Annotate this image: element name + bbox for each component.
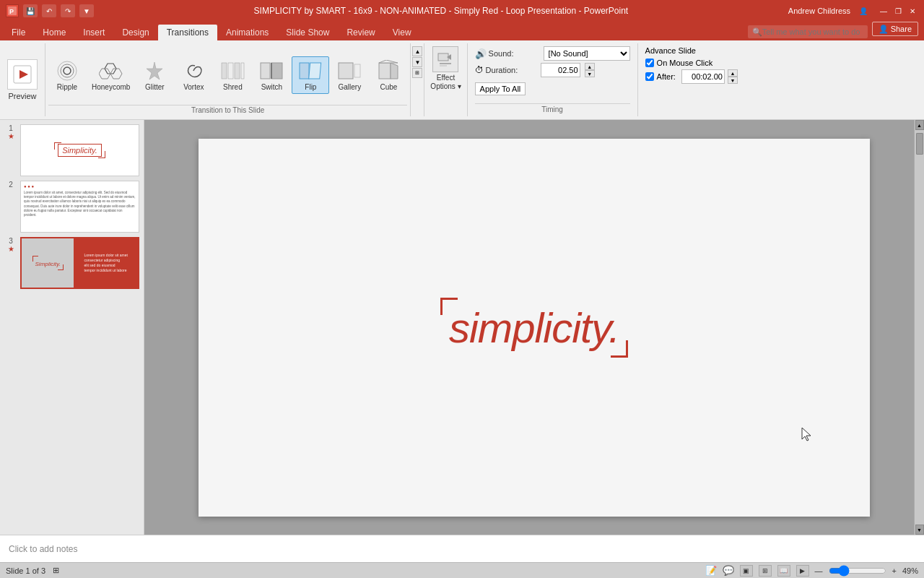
preview-button[interactable] [7,59,38,90]
comments-icon[interactable]: 💬 [723,565,734,576]
tab-review[interactable]: Review [338,25,383,40]
switch-label: Switch [261,83,282,91]
restore-button[interactable]: ❐ [892,5,904,17]
vertical-scrollbar[interactable]: ▲ ▼ [914,120,924,535]
duration-row: ⏱ Duration: ▲ ▼ [475,63,630,77]
tab-design[interactable]: Design [113,25,157,40]
status-bar: Slide 1 of 3 ⊞ 📝 💬 ▣ ⊞ 📖 ▶ — + 49% [0,562,924,578]
on-mouse-click-checkbox[interactable] [645,59,654,67]
tab-animations[interactable]: Animations [217,25,277,40]
svg-rect-18 [300,63,309,79]
customize-button[interactable]: ▼ [79,4,94,17]
duration-spinner: ▲ ▼ [585,63,595,77]
transition-flip[interactable]: Flip [292,56,329,94]
cursor [801,426,812,444]
duration-input[interactable] [541,63,580,77]
ripple-label: Ripple [57,83,77,91]
svg-rect-12 [228,63,233,79]
undo-button[interactable]: ↶ [42,4,56,17]
shred-icon [219,59,245,82]
after-down[interactable]: ▼ [728,77,738,84]
zoom-plus[interactable]: + [892,566,897,575]
slide-star-1: ★ [8,132,14,140]
tab-transitions[interactable]: Transitions [158,25,217,40]
close-button[interactable]: ✕ [907,5,918,17]
section-marker-icon: ⊞ [53,566,59,575]
profile-button[interactable]: 👤 [858,5,869,17]
gallery-label: Gallery [339,83,362,91]
after-up[interactable]: ▲ [728,69,738,77]
transition-gallery[interactable]: Gallery [331,57,368,93]
sound-icon: 🔊 [475,48,487,59]
slide-thumb-3: Simplicity. Lorem ipsum dolor sit ametco… [20,237,139,289]
slide-item-2[interactable]: 2 ● ● ● Lorem ipsum dolor sit amet, cons… [3,179,141,234]
save-button[interactable]: 💾 [23,4,38,17]
vortex-icon [180,59,206,82]
tab-file[interactable]: File [3,25,34,40]
notes-area[interactable]: Click to add notes [0,535,924,562]
zoom-slider[interactable] [829,566,886,575]
slide-main: simplicity. [199,139,870,517]
after-spinner: ▲ ▼ [728,69,738,84]
transition-cube[interactable]: Cube [370,57,407,93]
share-button[interactable]: 👤 Share [872,22,918,36]
slide-thumb-2: ● ● ● Lorem ipsum dolor sit amet, consec… [20,181,139,233]
normal-view-button[interactable]: ▣ [740,565,753,577]
corner-tl-main [440,298,458,315]
scroll-up-button[interactable]: ▲ [412,46,422,56]
slideshow-view-button[interactable]: ▶ [796,565,809,577]
transition-honeycomb[interactable]: Honeycomb [87,57,134,93]
scroll-thumb[interactable] [916,133,923,155]
svg-rect-25 [438,53,448,61]
transition-vortex[interactable]: Vortex [175,57,212,93]
after-row: After: ▲ ▼ [645,69,738,84]
transition-switch[interactable]: Switch [253,57,290,93]
main-area: 1 ★ Simplicity. 2 ● ● ● [0,120,924,535]
effect-options-button[interactable]: EffectOptions ▾ [424,43,467,116]
transition-shred[interactable]: Shred [214,57,251,93]
zoom-level: 49% [902,566,918,575]
svg-rect-11 [222,63,227,79]
on-mouse-click-row: On Mouse Click [645,59,738,67]
tab-insert[interactable]: Insert [74,25,113,40]
advance-slide-panel: Advance Slide On Mouse Click After: ▲ ▼ [638,43,745,116]
tab-view[interactable]: View [384,25,420,40]
zoom-minus[interactable]: — [815,566,823,575]
tab-home[interactable]: Home [34,25,74,40]
svg-rect-22 [379,63,391,79]
transition-ripple[interactable]: Ripple [48,57,86,93]
tab-slideshow[interactable]: Slide Show [277,25,338,40]
transition-glitter[interactable]: Glitter [136,57,173,93]
slide-item-3[interactable]: 3 ★ Simplicity. Lorem ipsum dolor sit a [3,236,141,290]
ripple-icon [54,59,80,82]
duration-down[interactable]: ▼ [585,70,595,77]
apply-to-all-button[interactable]: Apply To All [475,82,526,95]
redo-button[interactable]: ↷ [61,4,75,17]
gallery-icon [336,59,362,82]
svg-rect-21 [354,64,360,77]
after-input[interactable] [681,69,725,84]
scroll-down[interactable]: ▼ [915,525,924,535]
slide2-title: ● ● ● [24,184,136,190]
search-input[interactable] [762,27,863,36]
slide-logo-box: simplicity. [449,303,619,352]
slide-num-1: 1 [9,124,13,132]
notes-icon[interactable]: 📝 [705,565,717,576]
minimize-button[interactable]: — [878,5,889,17]
slide-sorter-button[interactable]: ⊞ [759,565,772,577]
sound-select[interactable]: [No Sound] [544,46,630,61]
effect-options-label: EffectOptions ▾ [430,74,461,91]
after-label: After: [657,72,676,81]
expand-gallery-button[interactable]: ⊞ [412,68,422,78]
duration-up[interactable]: ▲ [585,63,595,70]
ribbon-preview-section: Preview [0,43,45,116]
switch-icon [258,59,284,82]
scroll-up[interactable]: ▲ [915,120,924,130]
slide-item-1[interactable]: 1 ★ Simplicity. [3,123,141,178]
scroll-down-button[interactable]: ▼ [412,57,422,67]
svg-rect-19 [309,63,321,79]
reading-view-button[interactable]: 📖 [777,565,790,577]
transitions-row: Ripple Honeycomb [45,45,410,105]
cube-icon [375,59,401,82]
after-checkbox[interactable] [645,72,654,81]
